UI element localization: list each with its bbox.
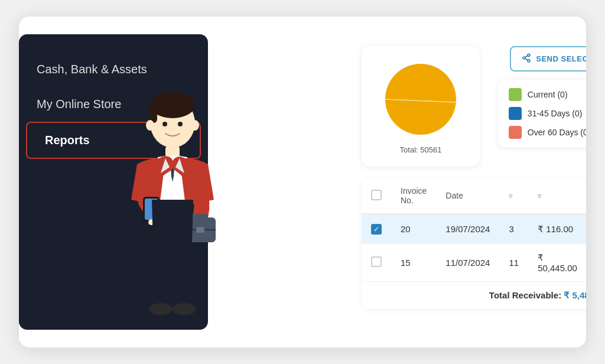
row1-col3: 3 bbox=[499, 214, 528, 244]
legend-item-over-60: Over 60 Days (0) bbox=[509, 126, 586, 139]
svg-point-18 bbox=[173, 303, 196, 315]
svg-rect-12 bbox=[190, 214, 208, 220]
table-row: 15 11/07/2024 11 ₹ 50,445.00 bbox=[362, 244, 586, 282]
character-illustration bbox=[113, 82, 232, 330]
main-card: Cash, Bank & Assets My Online Store Repo… bbox=[19, 17, 586, 347]
pie-total-label: Total: 50561 bbox=[400, 145, 442, 154]
table-header-row: Invoice No. Date ▿ ▿ bbox=[362, 178, 586, 214]
row1-invoice-no: 20 bbox=[391, 214, 436, 244]
sidebar: Cash, Bank & Assets My Online Store Repo… bbox=[19, 34, 208, 330]
header-checkbox-col bbox=[362, 178, 391, 214]
header-date: Date bbox=[436, 178, 499, 214]
row2-amount: ₹ 50,445.00 bbox=[528, 244, 586, 282]
svg-point-22 bbox=[523, 57, 525, 59]
legend-item-current: Current (0) bbox=[509, 88, 586, 101]
svg-point-6 bbox=[191, 120, 199, 131]
row1-checkbox-cell: ✓ bbox=[362, 214, 391, 244]
svg-point-23 bbox=[528, 60, 530, 62]
share-icon bbox=[522, 53, 531, 64]
invoice-table: Invoice No. Date ▿ ▿ ✓ bbox=[362, 178, 586, 309]
header-filter1[interactable]: ▿ bbox=[499, 178, 528, 214]
row2-date: 11/07/2024 bbox=[436, 244, 499, 282]
legend-color-31-45 bbox=[509, 107, 522, 120]
row1-amount: ₹ 116.00 bbox=[528, 214, 586, 244]
row2-checkbox[interactable] bbox=[371, 256, 382, 267]
row1-checkbox[interactable]: ✓ bbox=[371, 224, 382, 235]
right-panel: SEND SELECTED Current (0) 31-45 Days (0)… bbox=[498, 46, 586, 147]
svg-rect-14 bbox=[196, 227, 204, 233]
legend-box: Current (0) 31-45 Days (0) Over 60 Days … bbox=[498, 80, 586, 147]
legend-color-current bbox=[509, 88, 522, 101]
table-row: ✓ 20 19/07/2024 3 ₹ 116.00 bbox=[362, 214, 586, 244]
svg-point-21 bbox=[528, 54, 530, 56]
send-selected-button[interactable]: SEND SELECTED bbox=[510, 46, 586, 72]
top-row: Total: 50561 SEND SELECTED bbox=[362, 46, 586, 166]
legend-color-over-60 bbox=[509, 126, 522, 139]
filter-icon-1: ▿ bbox=[509, 191, 513, 200]
row1-date: 19/07/2024 bbox=[436, 214, 499, 244]
row2-invoice-no: 15 bbox=[391, 244, 436, 282]
svg-point-4 bbox=[178, 122, 183, 126]
svg-point-5 bbox=[146, 120, 154, 131]
svg-line-25 bbox=[525, 56, 528, 57]
filter-icon-2: ▿ bbox=[538, 191, 542, 200]
svg-rect-16 bbox=[175, 259, 193, 309]
total-receivable-row: Total Receivable: ₹ 5,481.00 bbox=[362, 282, 586, 310]
pie-chart-container: Total: 50561 bbox=[362, 46, 480, 166]
main-content: Total: 50561 SEND SELECTED bbox=[208, 34, 586, 330]
total-amount: ₹ 5,481.00 bbox=[564, 290, 586, 300]
total-receivable-cell: Total Receivable: ₹ 5,481.00 bbox=[362, 282, 586, 310]
svg-point-17 bbox=[149, 303, 173, 315]
svg-point-3 bbox=[162, 122, 167, 126]
legend-item-31-45: 31-45 Days (0) bbox=[509, 107, 586, 120]
header-invoice-no: Invoice No. bbox=[391, 178, 436, 214]
header-checkbox[interactable] bbox=[371, 190, 382, 200]
svg-rect-15 bbox=[152, 259, 170, 309]
row2-checkbox-cell bbox=[362, 244, 391, 282]
row2-col3: 11 bbox=[499, 244, 528, 282]
svg-line-24 bbox=[525, 58, 528, 60]
header-filter2[interactable]: ▿ bbox=[528, 178, 586, 214]
